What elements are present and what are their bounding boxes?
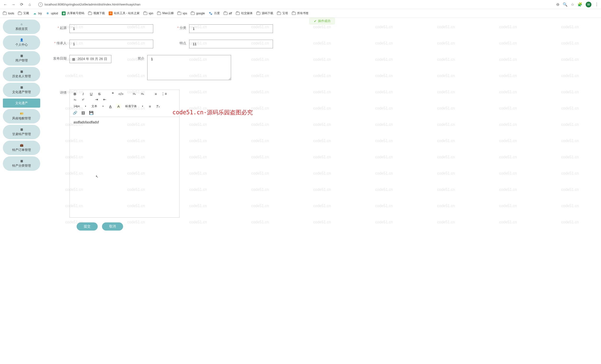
bookmark-label: tools [8, 12, 14, 15]
sidebar: ⌂系统首页👤个人中心▦用户管理▦历史名人管理▦文化遗产管理文化遗产🎫风俗地貌管理… [0, 18, 43, 364]
rich-editor: B I U S ❝ </> H₁ H₂ ≡ ⋮≡ x₂ x² [70, 90, 180, 218]
image-icon[interactable]: 🖼 [81, 111, 85, 115]
link-icon[interactable]: 🔗 [72, 111, 77, 115]
block-type-select[interactable]: 文本 [90, 104, 105, 108]
bg-color-icon[interactable]: A [116, 104, 121, 109]
bookmark-item[interactable]: ▦共享账号密码 [62, 11, 84, 15]
indent-icon[interactable]: ⇥ [94, 97, 99, 102]
h1-icon[interactable]: H₁ [132, 91, 137, 96]
bookmark-item[interactable]: 宝塔 [277, 11, 288, 15]
quote-icon[interactable]: ❝ [110, 91, 115, 96]
back-button[interactable]: ← [2, 2, 8, 7]
sidebar-item-label: 历史名人管理 [12, 74, 31, 78]
intro-label: 简介 [126, 55, 147, 61]
bookmark-item[interactable]: vps [177, 11, 187, 15]
font-size-select[interactable]: 14px [72, 105, 87, 108]
cursor-icon: ↖ [96, 175, 98, 178]
superscript-icon[interactable]: x² [81, 97, 85, 102]
sidebar-item[interactable]: 💼特产订单管理 [3, 141, 40, 155]
sidebar-item-label: 特产分类管理 [12, 163, 31, 168]
bookmark-item[interactable]: ☁txy [33, 11, 42, 15]
extensions-icon[interactable]: 🧩 [578, 2, 582, 7]
bookmark-label: 宝塔 [282, 11, 288, 15]
sidebar-item[interactable]: 👤个人中心 [3, 35, 40, 50]
sidebar-item-label: 文化遗产 [15, 101, 28, 105]
bookmark-star-icon[interactable]: ☆ [571, 2, 574, 7]
editor-content[interactable]: asdfadsfasdfadsf [70, 117, 179, 217]
menu-icon[interactable]: ⋮ [595, 2, 599, 7]
ordered-list-icon[interactable]: ≡ [153, 91, 158, 96]
category-label: *分类 [168, 24, 189, 30]
feature-label: 特点 [168, 40, 189, 46]
bookmark-label: 所有书签 [297, 11, 309, 15]
sidebar-item[interactable]: ▦特产分类管理 [3, 156, 40, 171]
bookmark-item[interactable]: 社交媒体 [236, 11, 253, 15]
bookmark-label: vpn [149, 12, 153, 15]
sidebar-item-label: 个人中心 [15, 43, 28, 47]
bookmark-item[interactable]: 🐾百度 [209, 11, 220, 15]
italic-icon[interactable]: I [81, 91, 85, 96]
bookmark-item[interactable]: 视频下载 [88, 11, 105, 15]
forward-button[interactable]: → [10, 2, 16, 7]
subscript-icon[interactable]: x₂ [72, 97, 77, 102]
reload-button[interactable]: ⟳ [19, 2, 24, 7]
sidebar-icon: ▦ [20, 86, 23, 89]
bookmark-item[interactable]: ❋uplod [46, 11, 58, 15]
bookmark-label: 宝藏 [23, 11, 29, 15]
success-text: 操作成功 [318, 19, 331, 23]
bold-icon[interactable]: B [72, 91, 77, 96]
sidebar-icon: 💼 [20, 144, 23, 147]
sidebar-item-label: 甘肃特产管理 [12, 132, 31, 136]
unordered-list-icon[interactable]: ⋮≡ [162, 91, 166, 96]
h2-icon[interactable]: H₂ [140, 91, 145, 96]
sidebar-item[interactable]: ▦用户管理 [3, 51, 40, 66]
url-text: localhost:8080/springboot2ot9e/admin/dis… [45, 3, 140, 6]
text-color-icon[interactable]: A [108, 104, 113, 109]
sidebar-item[interactable]: 文化遗产 [3, 98, 40, 108]
cancel-button[interactable]: 取消 [102, 222, 123, 230]
bookmark-item[interactable]: 站站长工具 - 站长之家 [109, 11, 140, 15]
underline-icon[interactable]: U [89, 91, 94, 96]
bookmark-item[interactable]: 源码下载 [256, 11, 273, 15]
bookmark-label: 视频下载 [93, 11, 105, 15]
bookmark-item[interactable]: google [191, 11, 205, 15]
bookmark-label: 源码下载 [262, 11, 273, 15]
clear-format-icon[interactable]: Tₓ [156, 104, 160, 109]
bookmark-label: Max云梯 [162, 11, 174, 15]
bookmark-label: vps [183, 12, 187, 15]
sidebar-item[interactable]: 🎫风俗地貌管理 [3, 109, 40, 124]
sidebar-item[interactable]: ⌂系统首页 [3, 19, 40, 34]
outdent-icon[interactable]: ⇤ [102, 97, 107, 102]
feature-input[interactable] [189, 40, 273, 48]
bookmark-item[interactable]: Max云梯 [157, 11, 174, 15]
home-button[interactable]: ⌂ [27, 2, 33, 7]
save-icon[interactable]: 💾 [89, 111, 94, 115]
sidebar-item-label: 用户管理 [15, 58, 28, 63]
align-icon[interactable]: ≡ [148, 104, 152, 109]
category-input[interactable] [189, 24, 273, 33]
sidebar-item[interactable]: ▦文化遗产管理 [3, 83, 40, 97]
sidebar-item-label: 特产订单管理 [12, 148, 31, 152]
submit-button[interactable]: 提交 [77, 222, 98, 230]
bookmark-item[interactable]: 宝藏 [18, 11, 29, 15]
zoom-icon[interactable]: 🔍 [563, 2, 568, 7]
origin-input[interactable] [70, 24, 153, 33]
sidebar-item[interactable]: ▦甘肃特产管理 [3, 125, 40, 139]
font-family-select[interactable]: 标准字体 [124, 104, 144, 108]
url-bar[interactable]: i localhost:8080/springboot2ot9e/admin/d… [35, 1, 554, 8]
key-icon[interactable]: ⊖ [556, 2, 559, 7]
strike-icon[interactable]: S [97, 91, 102, 96]
sidebar-item[interactable]: ▦历史名人管理 [3, 67, 40, 81]
intro-textarea[interactable]: 1 [147, 55, 231, 80]
site-info-icon[interactable]: i [38, 2, 43, 7]
bookmark-item[interactable]: 所有书签 [292, 11, 309, 15]
sidebar-icon: 👤 [20, 38, 23, 42]
bookmark-item[interactable]: vpn [143, 11, 153, 15]
bookmark-label: 百度 [214, 11, 220, 15]
bookmark-item[interactable]: aff [224, 11, 232, 15]
bookmark-item[interactable]: tools [3, 11, 14, 15]
inheritor-input[interactable] [70, 40, 153, 48]
pubdate-input[interactable]: ▦ 2024 年 09 月 26 日 [70, 55, 111, 63]
profile-avatar[interactable]: W [586, 2, 591, 7]
code-icon[interactable]: </> [119, 91, 123, 96]
